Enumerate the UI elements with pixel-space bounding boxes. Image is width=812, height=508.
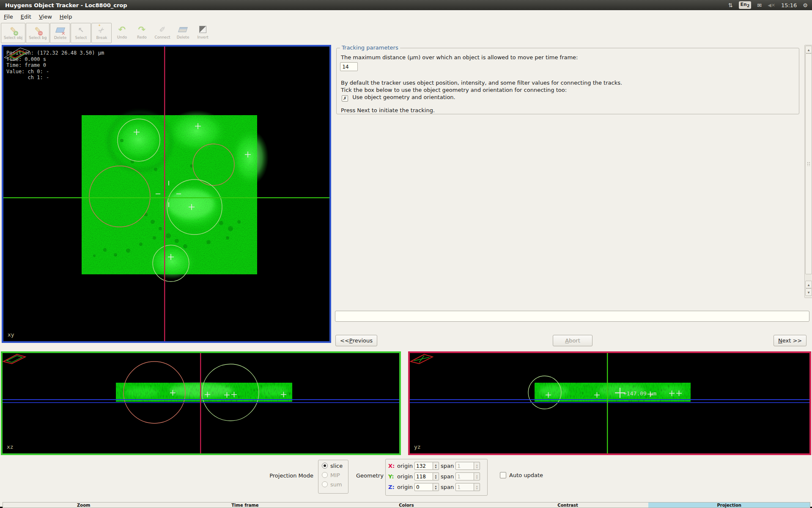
menu-bar: File Edit View Help (0, 10, 812, 23)
auto-update-label: Auto update (509, 472, 543, 478)
title-bar[interactable]: Huygens Object Tracker - Loc8800_crop ⇅ … (0, 0, 812, 10)
info-line-2: Tick the box below to use the object geo… (341, 87, 567, 93)
tracking-wizard: Tracking parameters The maximum distance… (335, 45, 812, 346)
orientation-cube-icon (3, 353, 26, 364)
window-title: Huygens Object Tracker - Loc8800_crop (5, 2, 728, 8)
z-origin-input[interactable] (414, 483, 433, 491)
redo-icon: ↷ (138, 24, 146, 35)
keyboard-layout-indicator[interactable]: En2 (739, 1, 752, 9)
select-obj-button[interactable]: ✎+ Select obj (1, 23, 25, 43)
yz-axis-label: yz (414, 444, 421, 450)
y-origin-stepper[interactable]: ▲▼ (414, 472, 439, 480)
bottom-tab-bar: Zoom Time frame Colors Contrast Projecti… (3, 502, 810, 508)
geometry-checkbox[interactable]: ✗ (342, 95, 348, 102)
tab-contrast[interactable]: Contrast (487, 502, 649, 508)
tab-projection[interactable]: Projection (648, 502, 810, 508)
mail-icon[interactable]: ✉ (757, 2, 762, 8)
x-origin-input[interactable] (414, 462, 433, 470)
delete-selection-button[interactable]: ✕ Delete (50, 23, 70, 43)
redo-button[interactable]: ↷ Redo (132, 23, 151, 43)
spin-arrows-icon[interactable]: ▲▼ (433, 483, 439, 491)
delete-button[interactable]: Delete (173, 23, 193, 43)
scroll-down-icon[interactable]: ▼ (805, 288, 812, 296)
updown-arrows-icon[interactable]: ⇅ (728, 2, 733, 8)
spin-arrows-icon: ▲▼ (474, 472, 480, 480)
x-span-input (455, 462, 474, 470)
tab-zoom[interactable]: Zoom (3, 502, 165, 508)
menu-help[interactable]: Help (56, 12, 76, 22)
previous-button[interactable]: << Previous (335, 335, 377, 346)
projection-mode-group: slice MIP sum (318, 460, 348, 494)
select-tool-button[interactable]: ↖ Select (71, 23, 91, 43)
radio-slice[interactable]: slice (318, 461, 348, 470)
yz-view[interactable]: +147.09 μm yz (408, 351, 811, 455)
scroll-up-icon[interactable]: ▲ (805, 46, 812, 53)
eraser-icon (179, 24, 187, 35)
tracking-parameters-group: Tracking parameters The maximum distance… (336, 48, 799, 114)
orientation-cube-icon (410, 353, 433, 364)
menu-view[interactable]: View (35, 12, 56, 22)
geometry-checkbox-row[interactable]: ✗ Use object geometry and orientation. (342, 94, 455, 102)
x-origin-stepper[interactable]: ▲▼ (414, 462, 439, 470)
clock[interactable]: 15:16 (781, 2, 797, 8)
radio-icon (322, 481, 328, 487)
status-field[interactable] (335, 311, 809, 322)
auto-update-control[interactable]: Auto update (500, 472, 543, 478)
group-title: Tracking parameters (340, 44, 400, 51)
tab-colors[interactable]: Colors (326, 502, 487, 508)
spin-arrows-icon: ▲▼ (474, 483, 480, 491)
auto-update-checkbox[interactable] (500, 472, 506, 478)
y-span-input (455, 472, 474, 480)
next-button[interactable]: Next >> (774, 335, 807, 346)
select-bg-button[interactable]: ✎− Select bg (26, 23, 49, 43)
abort-button[interactable]: Abort (553, 335, 593, 346)
system-tray: ⇅ En2 ✉ ◀✕ 15:16 ⚙ (728, 1, 808, 9)
menu-file[interactable]: File (0, 12, 17, 22)
z-origin-stepper[interactable]: ▲▼ (414, 483, 439, 491)
radio-icon (322, 472, 328, 478)
info-line-1: By default the tracker uses object posit… (341, 80, 622, 86)
tab-time-frame[interactable]: Time frame (165, 502, 326, 508)
scroll-up2-icon[interactable]: ▲ (805, 281, 812, 288)
spin-arrows-icon: ▲▼ (474, 462, 480, 470)
distance-measurement: +147.09 μm (623, 390, 656, 397)
eraser-x-icon: ✕ (56, 24, 64, 36)
wizard-scrollbar[interactable]: ▲ ▲ ▼ (804, 45, 812, 298)
radio-selected-icon (322, 463, 328, 469)
geometry-row-y: Y: origin ▲▼ span ▲▼ (386, 471, 487, 482)
undo-icon: ↶ (118, 24, 126, 35)
spin-arrows-icon[interactable]: ▲▼ (433, 462, 439, 470)
max-distance-input[interactable] (340, 62, 358, 71)
toolbar: ✎+ Select obj ✎− Select bg ✕ Delete ↖ Se… (1, 23, 213, 43)
break-button[interactable]: ✂✦ Break (91, 23, 112, 43)
xy-view[interactable]: Position: (172.32 26.48 3.50) μmTime: 0.… (2, 45, 331, 343)
xz-axis-label: xz (7, 444, 14, 450)
spin-arrows-icon[interactable]: ▲▼ (433, 472, 439, 480)
undo-button[interactable]: ↶ Undo (112, 23, 132, 43)
y-origin-input[interactable] (414, 472, 433, 480)
connect-button[interactable]: ✐ Connect (152, 23, 173, 43)
invert-button[interactable]: Invert (193, 23, 213, 43)
app-window: Huygens Object Tracker - Loc8800_crop ⇅ … (0, 0, 812, 508)
x-span-stepper: ▲▼ (455, 462, 480, 470)
z-span-input (455, 483, 474, 491)
menu-edit[interactable]: Edit (17, 12, 35, 22)
radio-sum[interactable]: sum (318, 480, 348, 489)
geometry-label: Geometry (356, 472, 384, 479)
break-link-icon: ✂✦ (99, 24, 104, 36)
xy-canvas (3, 47, 329, 341)
geometry-row-z: Z: origin ▲▼ span ▲▼ (386, 482, 487, 492)
next-hint: Press Next to initiate the tracking. (341, 107, 435, 113)
max-distance-label: The maximum distance (μm) over which an … (341, 54, 578, 61)
gear-icon[interactable]: ⚙ (803, 2, 808, 8)
radio-mip[interactable]: MIP (318, 470, 348, 480)
pencil-remove-icon: ✎− (34, 24, 41, 36)
y-span-stepper: ▲▼ (455, 472, 480, 480)
orientation-cube-icon (3, 47, 30, 61)
xy-axis-label: xy (8, 331, 14, 338)
xz-view[interactable]: xz (1, 351, 401, 455)
scrollbar-thumb[interactable] (805, 53, 812, 274)
z-span-stepper: ▲▼ (455, 483, 480, 491)
volume-muted-icon[interactable]: ◀✕ (768, 3, 775, 8)
pencil-add-icon: ✎+ (10, 24, 16, 36)
